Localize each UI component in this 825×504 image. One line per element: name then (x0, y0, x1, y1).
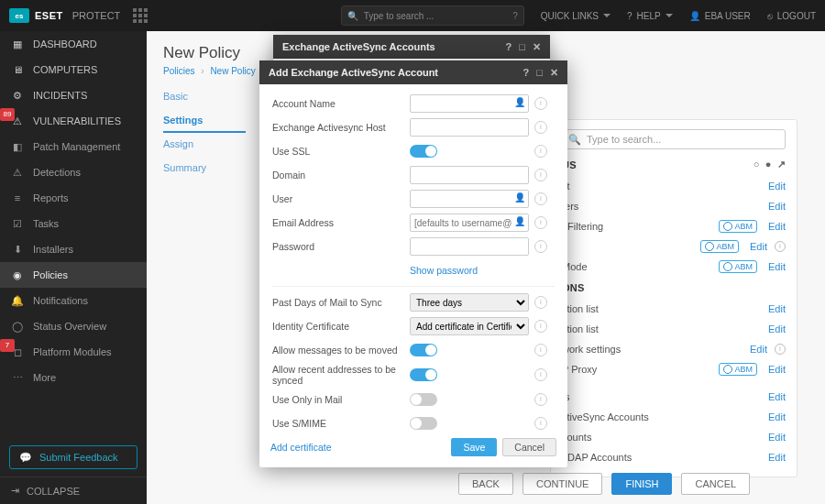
edit-link[interactable]: Edit (768, 181, 786, 192)
row-label: Mode (562, 261, 719, 272)
edit-link[interactable]: Edit (768, 432, 786, 443)
sidebar-item-installers[interactable]: ⬇Installers (0, 236, 147, 262)
use-ssl-toggle[interactable] (410, 145, 437, 158)
global-search[interactable]: 🔍 Type to search ... ? (341, 5, 524, 26)
search-help-icon[interactable]: ? (512, 11, 518, 21)
chevron-down-icon (603, 14, 610, 17)
cancel-button[interactable]: Cancel (502, 438, 556, 456)
sidebar-item-computers[interactable]: 🖥COMPUTERS (0, 57, 147, 82)
logout-button[interactable]: ⎋LOGOUT (767, 11, 816, 21)
logout-icon: ⎋ (767, 11, 773, 21)
sidebar-item-notifications[interactable]: 🔔Notifications (0, 288, 147, 313)
user-input[interactable] (410, 190, 529, 208)
settings-row: P ProxyABMEdit (562, 359, 786, 379)
info-icon[interactable]: i (534, 417, 547, 430)
use-only-mail-toggle[interactable] (410, 393, 437, 406)
collapse-icon: ⇥ (11, 485, 19, 497)
info-icon[interactable]: i (534, 368, 547, 381)
maximize-icon[interactable]: □ (519, 41, 525, 53)
settings-search[interactable]: 🔍 Type to search... (562, 129, 786, 149)
info-icon[interactable]: i (775, 241, 786, 252)
email-input[interactable] (410, 214, 529, 232)
info-icon[interactable]: i (775, 344, 786, 355)
cancel-button[interactable]: CANCEL (681, 473, 750, 495)
search-icon: 🔍 (568, 134, 581, 146)
edit-link[interactable]: Edit (768, 261, 786, 272)
info-icon[interactable]: i (534, 145, 547, 158)
crumb-policies[interactable]: Policies (163, 66, 194, 76)
allow-recent-toggle[interactable] (410, 368, 437, 381)
edit-link[interactable]: Edit (768, 221, 786, 232)
info-icon[interactable]: i (534, 393, 547, 406)
user-menu[interactable]: 👤EBA USER (689, 11, 751, 21)
sidebar-item-label: VULNERABILITIES (33, 115, 121, 126)
sidebar-item-dashboard[interactable]: ▦DASHBOARD (0, 31, 147, 57)
row-label: ction list (562, 303, 763, 314)
show-password-link[interactable]: Show password (410, 265, 478, 276)
help-menu[interactable]: ?HELP (627, 11, 673, 21)
sidebar-item-platform-modules[interactable]: 7◻Platform Modules (0, 339, 147, 365)
edit-link[interactable]: Edit (768, 364, 786, 375)
info-icon[interactable]: i (534, 344, 547, 356)
sidebar-item-reports[interactable]: ≡Reports (0, 185, 147, 211)
circle-icon[interactable]: ○ (754, 159, 760, 170)
dot-icon[interactable]: ● (765, 159, 772, 170)
sidebar-item-patch-management[interactable]: ◧Patch Management (0, 134, 147, 159)
maximize-icon[interactable]: □ (536, 67, 543, 79)
sidebar-item-tasks[interactable]: ☑Tasks (0, 211, 147, 236)
sidebar-item-status-overview[interactable]: ◯Status Overview (0, 313, 147, 339)
edit-link[interactable]: Edit (768, 411, 786, 422)
help-icon[interactable]: ? (506, 41, 512, 53)
use-smime-toggle[interactable] (410, 417, 437, 430)
step-settings[interactable]: Settings (163, 109, 246, 133)
apps-icon[interactable] (133, 8, 148, 23)
expand-icon[interactable]: ↗ (777, 159, 786, 170)
password-input[interactable] (410, 237, 529, 256)
edit-link[interactable]: Edit (750, 344, 767, 355)
add-certificate-link[interactable]: Add certificate (270, 442, 332, 453)
domain-input[interactable] (410, 166, 529, 184)
edit-link[interactable]: Edit (768, 452, 786, 463)
help-icon[interactable]: ? (523, 67, 530, 79)
info-icon[interactable]: i (534, 296, 547, 309)
edit-link[interactable]: Edit (768, 323, 786, 334)
collapse-sidebar[interactable]: ⇥ COLLAPSE (0, 477, 147, 504)
submit-feedback-button[interactable]: 💬 Submit Feedback (9, 445, 138, 469)
allow-move-toggle[interactable] (410, 344, 437, 356)
info-icon[interactable]: i (534, 216, 547, 229)
save-button[interactable]: Save (451, 438, 497, 456)
nav-icon: ◯ (11, 320, 24, 333)
info-icon[interactable]: i (534, 240, 547, 253)
sidebar-item-incidents[interactable]: ⚙INCIDENTS (0, 82, 147, 108)
info-icon[interactable]: i (534, 121, 547, 134)
edit-link[interactable]: Edit (768, 201, 786, 212)
step-summary[interactable]: Summary (163, 157, 246, 181)
info-icon[interactable]: i (534, 169, 547, 181)
edit-link[interactable]: Edit (750, 241, 767, 252)
edit-link[interactable]: Edit (768, 303, 786, 314)
past-days-select[interactable]: Three days (410, 293, 529, 312)
info-icon[interactable]: i (534, 97, 547, 110)
identity-cert-select[interactable]: Add certificate in Certificate list (410, 317, 529, 335)
sidebar-item-detections[interactable]: ⚠Detections (0, 159, 147, 185)
sidebar-item-more[interactable]: ⋯More (0, 365, 147, 390)
nav-icon: ◉ (11, 268, 24, 281)
info-icon[interactable]: i (534, 192, 547, 205)
host-input[interactable] (410, 118, 529, 137)
top-links: QUICK LINKS ?HELP 👤EBA USER ⎋LOGOUT (541, 11, 816, 21)
step-assign[interactable]: Assign (163, 133, 246, 157)
sidebar-item-vulnerabilities[interactable]: 89⚠VULNERABILITIES (0, 108, 147, 134)
close-icon[interactable]: ✕ (533, 41, 541, 53)
info-icon[interactable]: i (534, 320, 547, 333)
edit-link[interactable]: Edit (768, 391, 786, 402)
row-label: st (562, 181, 763, 192)
close-icon[interactable]: ✕ (550, 67, 558, 79)
step-basic[interactable]: Basic (163, 85, 246, 109)
finish-button[interactable]: FINISH (611, 473, 672, 495)
sidebar-item-policies[interactable]: ◉Policies (0, 262, 147, 288)
account-name-input[interactable] (410, 94, 529, 113)
continue-button[interactable]: CONTINUE (522, 473, 602, 495)
nav-icon: ◧ (11, 140, 24, 153)
back-button[interactable]: BACK (458, 473, 513, 495)
quick-links-menu[interactable]: QUICK LINKS (541, 11, 610, 21)
